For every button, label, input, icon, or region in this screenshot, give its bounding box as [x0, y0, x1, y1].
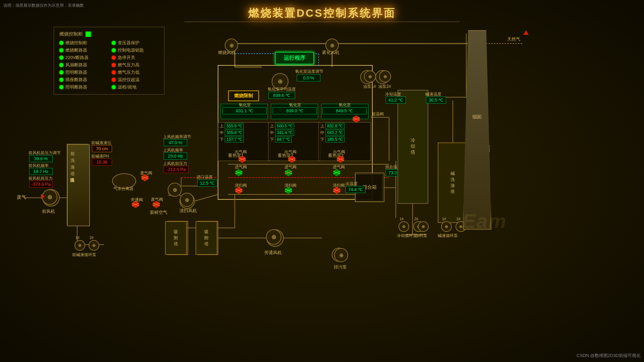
legend-item-burn-breaker: 燃烧断路器 — [59, 47, 106, 53]
led-estop — [112, 56, 116, 60]
cool-pump-2-label: 2# — [414, 217, 418, 221]
combustion-fan-circle: ⊕ — [225, 39, 238, 52]
led-temp-overtemp — [112, 78, 116, 82]
drug-pump-label: 加药泵 — [415, 233, 427, 239]
front-alkali-pump-label-1: 1# — [75, 236, 79, 240]
bypass-valve-label: 旁通阀 — [131, 197, 143, 203]
front-fan-freq-val: 19.7 Hz — [29, 168, 53, 175]
run-program-button[interactable]: 运行程序 — [275, 52, 314, 64]
ox-chamber-1-temp: 831.1 ℃ — [222, 107, 267, 114]
heat-room-1-upper: 上 555.9 ℃ — [220, 123, 244, 129]
alkali-pump-1-right-label: 1# — [442, 217, 446, 221]
led-burn-breaker — [59, 48, 63, 52]
oxidation-avg-temp-val: 839.6 ℃ — [268, 92, 295, 99]
cooling-temp-val: 41.2 ℃ — [386, 97, 406, 104]
front-wash-tower-label-v2: 洗 — [70, 158, 75, 164]
sweep-fan-label: 清扫风机 — [179, 208, 197, 214]
super-temp-valve[interactable] — [352, 115, 360, 123]
waste-gas-valve-label: 废气阀 — [140, 170, 152, 176]
main-title: 燃烧装置DCS控制系统界面 — [248, 6, 396, 21]
upper-fan-freq-val: 23.0 Hz — [164, 153, 187, 160]
watermark: CSDN @数维图2D3D前端可视化 — [577, 353, 641, 359]
cool-pump-group-label: 冷却循环泵 — [397, 233, 417, 239]
front-alkali-pump-group-label: 前碱液循环泵 — [72, 252, 96, 258]
led-gas-high — [112, 63, 116, 67]
front-ph-val: 10.36 — [92, 159, 112, 166]
led-light-breaker2 — [59, 85, 63, 89]
oil-pump-1: ⊕ — [364, 70, 376, 82]
oxidation-avg-temp-label: 氧化室平均温度 — [268, 86, 296, 92]
oil-pump-2: ⊕ — [379, 70, 391, 82]
led-light-breaker — [59, 70, 63, 74]
front-fan-press-adj-val[interactable]: 39.9 % — [29, 155, 53, 162]
legend-item-control-key: 控制电源钥匙 — [112, 47, 159, 53]
sweep-valve-label-3: 清扫阀 — [333, 183, 345, 188]
front-fan-label: 前风机 — [42, 208, 55, 215]
bypass-fan-label: 旁通风机 — [264, 250, 282, 256]
oxidation-temp-adj-val[interactable]: 0.0 % — [297, 74, 320, 81]
new-fan-valve-label: 废气阀 — [151, 197, 163, 202]
front-wash-tower-label-v: 前 — [70, 151, 75, 157]
legend-item-gas-low: 燃气压力低 — [112, 69, 159, 75]
absorb-tower-2: 吸 附 塔 — [196, 221, 217, 255]
legend-title: 燃烧控制柜 — [59, 31, 83, 37]
alkali-pump-2-right-label: 2# — [457, 217, 461, 221]
heat-room-2-lower: 下 84.7 ℃ — [270, 137, 292, 142]
outlet-temp-val: 74.4 ℃ — [345, 186, 366, 193]
absorb-tower-1: 吸 附 塔 — [165, 221, 187, 255]
inlet-temp-label: 进口温度 — [197, 174, 213, 180]
oil-pump-2-label: 油泵2# — [378, 84, 391, 89]
chimney-label: 烟囱 — [472, 114, 482, 120]
legend-item-fan-breaker: 风扇断路器 — [59, 62, 106, 68]
inlet-valve-label-3: 进气阀 — [333, 164, 345, 170]
inlet-temp-val: 12.5 ℃ — [197, 180, 217, 187]
front-wash-tower-label-v3: 涤 — [70, 164, 75, 170]
legend-box: 燃烧控制柜 燃烧控制柜 变压器保护 燃烧断路器 控制电源钥匙 220V断路器 急… — [54, 27, 164, 95]
alkali-pump-group-label: 碱液循环泵 — [438, 233, 458, 239]
cool-pump-1: ⊕ — [398, 221, 409, 232]
burn-limit-button[interactable]: 燃烧限制 — [228, 90, 259, 101]
bypass-fan-circle: ⊕ — [266, 229, 281, 245]
atomization-fan-circle: ⊕ — [325, 39, 339, 52]
sweep-fan-circle: ⊕ — [180, 193, 194, 207]
legend-item-socket-breaker: 插座断路器 — [59, 77, 106, 83]
cooling-tower: 冷 却 塔 — [397, 90, 428, 204]
new-fresh-air-label: 新鲜空气 — [150, 209, 167, 216]
led-fan-breaker — [59, 63, 63, 67]
upper-fan-pressure-val: -212.5 Pa — [164, 166, 189, 173]
front-alkali-pump-label-2: 2# — [90, 236, 94, 240]
front-wash-tower-label-v4: 塔 — [70, 171, 75, 177]
legend-item-remote: 远程/就地 — [112, 84, 159, 90]
eam-brand-text: Eam — [462, 209, 507, 233]
outlet-valve-label-3: 出气阀 — [333, 149, 345, 155]
cool-pump-1-label: 1# — [399, 217, 404, 221]
natural-gas-label: 天然气 — [507, 36, 520, 42]
sweep-valve-label-1: 清扫阀 — [235, 183, 247, 188]
outlet-valve-1[interactable] — [238, 155, 246, 163]
led-transformer — [112, 41, 116, 45]
heat-room-2-mid: 中 341.4 ℃ — [270, 130, 294, 136]
front-alkali-pump-2: ⊕ — [89, 240, 99, 251]
ox-chamber-3-temp: 849.5 ℃ — [322, 107, 367, 114]
legend-item-gas-high: 燃气压力高 — [112, 62, 159, 68]
heat-room-1-lower: 下 157.7 ℃ — [220, 137, 244, 142]
alkali-pump-1-right: ⊕ — [441, 221, 452, 232]
front-liquid-val: 70 cm — [92, 145, 112, 152]
inlet-valve-label-1: 进气阀 — [235, 164, 247, 170]
led-remote — [112, 85, 116, 89]
heat-room-2-upper: 上 500.5 ℃ — [270, 123, 294, 129]
upper-fan-freq-adj-val[interactable]: 47.0 % — [164, 139, 187, 146]
ox-chamber-2-temp: 839.0 ℃ — [273, 107, 317, 114]
outlet-valve-2[interactable] — [288, 155, 296, 163]
drain-pump-label: 排污泵 — [334, 264, 347, 270]
super-temp-valve-label: 超温阀 — [372, 111, 384, 117]
oil-pump-1-label: 油泵1# — [363, 84, 376, 89]
led-gas-low — [112, 70, 116, 74]
oxidation-temp-adj-label: 氧化室温度调节 — [295, 69, 323, 74]
front-alkali-pump-1: ⊕ — [74, 240, 85, 251]
inlet-valve-label-2: 进气阀 — [284, 164, 297, 170]
outlet-valve-3[interactable] — [336, 155, 344, 163]
led-square-indicator — [86, 32, 91, 37]
legend-item-estop: 急停开关 — [112, 55, 159, 61]
heat-room-3-mid: 中 643.2 ℃ — [320, 130, 344, 136]
